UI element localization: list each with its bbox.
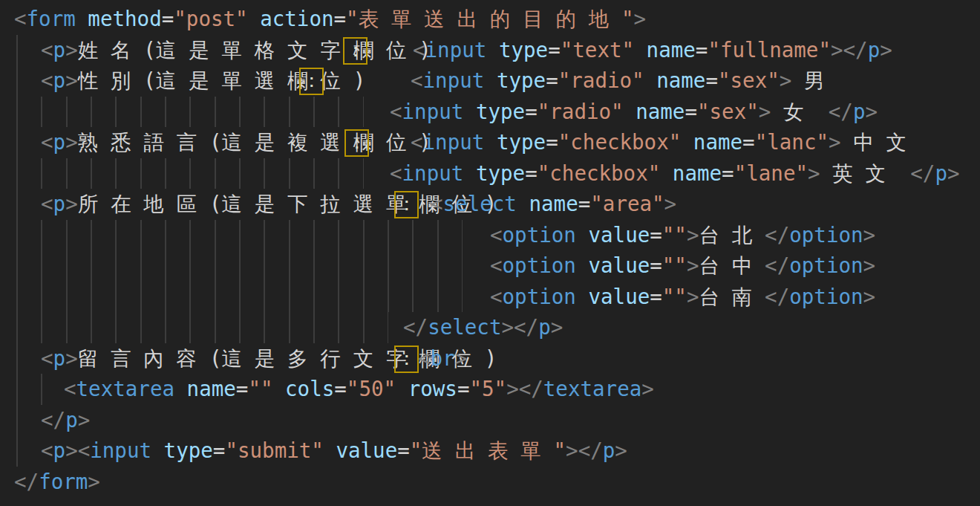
code-token: = [162,7,174,30]
code-line: <p>姓名(這是單格文字欄位)<input type="text" name="… [0,35,980,66]
code-line: <form method="post" action="表單送出的目的地"> [0,4,980,35]
code-token: type [484,68,546,92]
code-token: = [696,38,708,62]
code-token: > [780,68,792,92]
code-token: </ [765,285,789,308]
code-token: > [687,223,699,247]
indent-guide [16,250,463,282]
code-line: <option value="">台中</option> [0,250,980,282]
code-token: > [65,130,78,154]
code-segment: <input type="checkbox" name="lanc"> 中文 [411,127,919,158]
code-token: "radio" [558,68,644,92]
code-token: < [490,223,503,247]
code-line: <p>性別(這是單選欄位)<input type="radio" name="s… [0,65,980,97]
code-token: 台中 [699,253,765,277]
code-token: ( [143,68,156,92]
code-token: p [935,161,947,185]
code-token: > [634,7,647,30]
code-token: name [174,377,236,400]
code-editor[interactable]: <form method="post" action="表單送出的目的地"><p… [0,0,980,506]
code-line: <option value="">台北</option> [0,220,980,251]
code-token: option [503,223,576,247]
code-token: < [41,38,53,62]
code-line: <p>所在地區(這是下拉選單欄位)<select name="area">： [0,189,980,220]
code-token: "post" [174,7,247,30]
code-token: > [947,161,960,185]
code-token: 台北 [699,223,765,247]
code-token: > [65,192,78,215]
code-token: = [548,38,561,62]
code-segment: <option value="">台中</option> [490,250,875,282]
code-token: 留言內容 [78,346,209,370]
code-token: "radio" [538,100,624,123]
code-token: rows [396,377,457,400]
indent-guide [16,405,18,436]
code-token: p [53,192,66,215]
code-token: " [621,7,634,30]
code-token: 這是複選欄位 [221,130,419,154]
code-token: option [503,285,576,308]
code-token: input [423,68,485,92]
code-token: p [53,38,66,62]
code-token: = [236,377,249,400]
code-token: name [624,100,685,123]
code-token [791,68,804,92]
code-token: < [490,253,503,277]
code-token [841,130,854,154]
code-segment: </p> [41,405,90,436]
code-token: = [685,100,697,123]
code-line: <p><input type="submit" value="送出表單"></p… [0,435,980,467]
code-token: </ [403,315,428,339]
code-token: = [397,438,410,462]
code-segment: <p>熟悉語言(這是複選欄位) [41,127,431,158]
code-segment: <form method="post" action="表單送出的目的地"> [14,4,646,35]
code-token: type [463,100,525,123]
code-token: "submit" [225,438,323,462]
code-token: ) [353,68,366,92]
code-token: action [248,7,334,30]
code-token: input [402,100,464,123]
code-token: input [402,161,464,185]
code-token: > [615,438,627,462]
code-token: name [681,130,742,154]
code-segment: <p><input type="submit" value="送出表單"></p… [41,435,627,467]
code-token: 男 [804,68,837,92]
code-token: ></ [566,438,603,462]
code-token: < [41,346,53,370]
unicode-highlight-box: ： [343,37,368,65]
code-token: > [829,130,841,154]
code-token: "text" [561,38,634,62]
code-token: = [650,253,662,277]
code-segment: <input type="radio" name="sex"> 女 </p> [390,97,878,128]
code-token: 送出表單 [422,438,553,462]
code-token: < [413,38,425,62]
code-token: > [863,223,876,247]
code-token: > [863,285,876,308]
code-token: </ [41,408,65,432]
code-token: </ [910,161,935,185]
code-token: option [789,253,863,277]
code-token: > [641,377,654,400]
code-token: "" [662,253,687,277]
code-token: input [90,438,151,462]
code-token: type [484,130,546,154]
code-token: > [863,253,876,277]
code-token: "" [662,223,687,247]
code-token: "" [662,285,687,308]
code-token: </ [14,470,39,493]
code-token: p [65,408,78,432]
code-token: textarea [543,377,641,400]
code-token: > [551,315,564,339]
code-token: 女 [783,100,816,123]
code-token: textarea [76,377,174,400]
indent-guide [16,312,389,343]
code-token: " [410,438,422,462]
code-token: = [578,192,591,215]
code-token: > [664,192,677,215]
code-token: < [411,68,423,92]
code-line: </form> [0,467,980,498]
code-token: < [41,68,53,92]
indent-guide [16,374,42,405]
code-token: ( [209,130,222,154]
code-token: "area" [590,192,664,215]
